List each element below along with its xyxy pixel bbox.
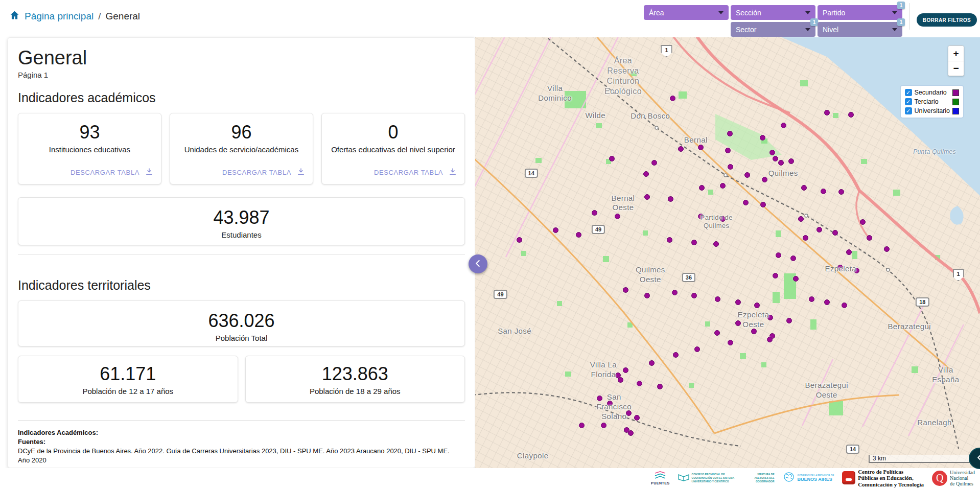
school-marker[interactable] [643,171,649,177]
school-marker[interactable] [776,252,781,258]
school-marker[interactable] [714,330,720,336]
school-marker[interactable] [609,156,615,161]
school-marker[interactable] [781,123,786,128]
school-marker[interactable] [553,227,558,233]
school-marker[interactable] [691,293,697,298]
school-marker[interactable] [773,156,778,161]
school-marker[interactable] [699,185,705,191]
school-marker[interactable] [832,230,838,236]
school-marker[interactable] [786,318,792,323]
school-marker[interactable] [816,227,822,233]
school-marker[interactable] [673,352,679,358]
filter-seccion-dropdown[interactable]: Sección [731,5,815,20]
school-marker[interactable] [735,320,741,326]
school-marker[interactable] [860,219,866,225]
school-marker[interactable] [678,146,684,152]
school-marker[interactable] [691,240,697,245]
school-marker[interactable] [760,135,765,141]
filter-sector-dropdown[interactable]: Sector 1 [731,22,815,37]
school-marker[interactable] [597,396,602,401]
school-marker[interactable] [727,131,733,136]
school-marker[interactable] [767,337,773,342]
school-marker[interactable] [657,384,663,389]
download-table-button[interactable]: DESCARGAR TABLA [71,167,154,178]
school-marker[interactable] [626,410,632,416]
school-marker[interactable] [803,235,808,241]
home-icon[interactable] [9,10,20,23]
collapse-panel-button[interactable] [469,254,487,273]
school-marker[interactable] [735,299,741,305]
school-marker[interactable] [698,145,704,150]
school-marker[interactable] [760,202,766,207]
school-marker[interactable] [713,241,719,247]
school-marker[interactable] [579,423,585,428]
school-marker[interactable] [720,216,726,222]
school-marker[interactable] [623,367,628,373]
school-marker[interactable] [838,189,844,195]
school-marker[interactable] [778,160,784,166]
school-marker[interactable] [576,232,581,238]
school-marker[interactable] [634,415,640,421]
school-marker[interactable] [848,112,854,118]
school-marker[interactable] [607,401,613,406]
school-marker[interactable] [715,296,720,302]
school-marker[interactable] [728,164,733,170]
zoom-in-button[interactable]: + [948,46,964,61]
school-marker[interactable] [793,276,799,282]
school-marker[interactable] [517,237,522,243]
school-marker[interactable] [751,329,757,334]
school-marker[interactable] [846,249,852,255]
school-marker[interactable] [623,287,628,293]
school-marker[interactable] [672,290,678,295]
map-container[interactable]: Villa DominicoÁrea Reserva Cinturón Ecol… [475,37,980,468]
school-marker[interactable] [667,237,672,243]
school-marker[interactable] [801,185,807,191]
checkbox-checked-icon[interactable]: ✓ [905,89,912,96]
school-marker[interactable] [644,293,650,298]
school-marker[interactable] [854,268,859,273]
school-marker[interactable] [773,273,778,278]
school-marker[interactable] [637,381,642,386]
school-marker[interactable] [644,194,650,200]
school-marker[interactable] [809,296,814,302]
school-marker[interactable] [824,110,830,115]
school-marker[interactable] [767,315,773,320]
school-marker[interactable] [884,246,890,252]
school-marker[interactable] [694,346,700,352]
school-marker[interactable] [842,303,847,308]
school-marker[interactable] [728,340,733,345]
school-marker[interactable] [821,189,826,194]
school-marker[interactable] [720,183,726,189]
school-marker[interactable] [754,303,760,308]
filter-nivel-dropdown[interactable]: Nivel 1 [818,22,902,37]
school-marker[interactable] [725,148,731,153]
school-marker[interactable] [670,96,675,101]
school-marker[interactable] [601,423,606,428]
school-marker[interactable] [744,172,750,178]
download-table-button[interactable]: DESCARGAR TABLA [374,167,457,178]
school-marker[interactable] [788,158,794,164]
download-table-button[interactable]: DESCARGAR TABLA [222,167,306,178]
school-marker[interactable] [615,214,620,219]
school-marker[interactable] [649,360,655,366]
school-marker[interactable] [651,160,657,166]
clear-filters-button[interactable]: BORRAR FILTROS [917,13,977,27]
checkbox-checked-icon[interactable]: ✓ [905,98,912,105]
filter-area-dropdown[interactable]: Área [644,5,729,20]
school-marker[interactable] [618,377,623,383]
school-marker[interactable] [769,150,775,155]
school-marker[interactable] [837,265,843,270]
school-marker[interactable] [824,299,830,305]
school-marker[interactable] [743,200,749,205]
school-marker[interactable] [628,430,634,436]
zoom-out-button[interactable]: − [948,61,964,76]
school-marker[interactable] [762,177,767,182]
school-marker[interactable] [668,196,673,202]
checkbox-checked-icon[interactable]: ✓ [905,107,912,114]
school-marker[interactable] [790,255,796,261]
school-marker[interactable] [592,210,597,216]
filter-partido-dropdown[interactable]: Partido 1 [818,5,902,20]
school-marker[interactable] [798,216,804,222]
breadcrumb-home-link[interactable]: Página principal [25,11,94,22]
school-marker[interactable] [698,214,704,219]
